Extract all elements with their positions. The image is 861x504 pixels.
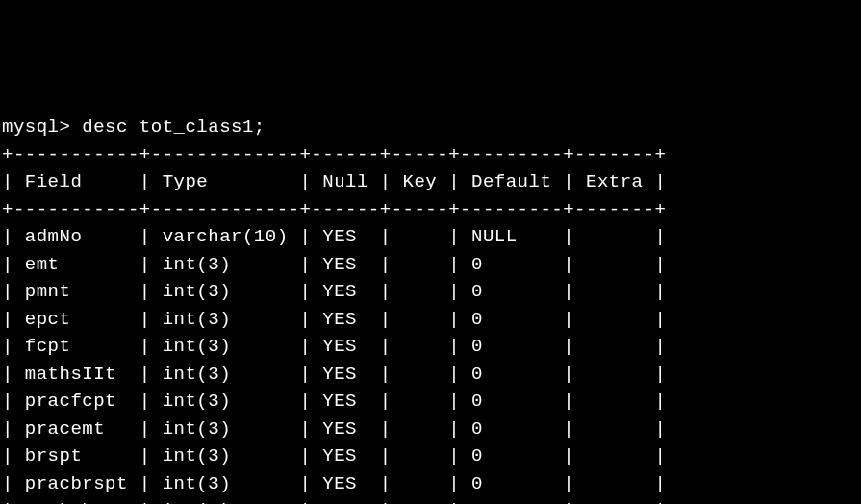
terminal-output: mysql> desc tot_class1; +-----------+---…: [2, 113, 859, 504]
